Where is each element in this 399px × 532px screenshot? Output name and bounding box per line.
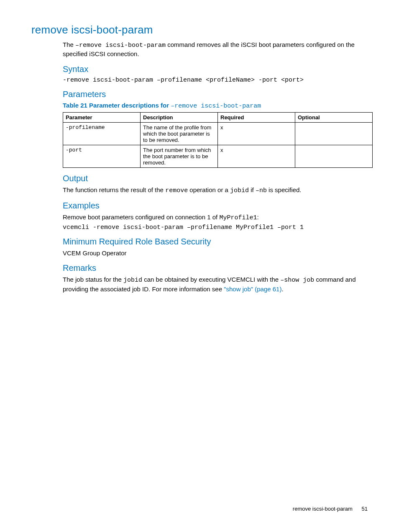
remarks-paragraph: The job status for the jobid can be obta… [63, 275, 368, 293]
syntax-heading: Syntax [63, 64, 368, 74]
parameters-heading: Parameters [63, 90, 368, 99]
cell-desc: The name of the profile from which the b… [141, 122, 218, 145]
th-optional: Optional [295, 112, 373, 122]
output-code3: –nb [256, 187, 267, 194]
security-heading: Minimum Required Role Based Security [63, 237, 368, 247]
examples-line1-code: MyProfile1 [219, 214, 257, 221]
output-paragraph: The function returns the result of the r… [63, 186, 368, 195]
footer-text: remove iscsi-boot-param [293, 506, 353, 512]
body: The –remove iscsi-boot-param command rem… [63, 41, 368, 293]
cell-optional [295, 145, 373, 167]
examples-heading: Examples [63, 201, 368, 211]
table-caption-mono: –remove iscsi-boot-param [171, 103, 261, 110]
output-code1: remove [165, 187, 188, 194]
remarks-heading: Remarks [63, 263, 368, 273]
output-mid2: if [249, 186, 256, 193]
cell-param: -profilename [63, 122, 141, 145]
intro-pre: The [63, 41, 75, 48]
cell-desc: The port number from which the boot para… [141, 145, 218, 167]
parameters-table: Parameter Description Required Optional … [63, 112, 373, 168]
page-title: remove iscsi-boot-param [31, 23, 368, 36]
remarks-code1: jobid [123, 277, 142, 284]
intro-cmd: –remove iscsi-boot-param [75, 42, 166, 49]
th-description: Description [141, 112, 218, 122]
table-row: -profilename The name of the profile fro… [63, 122, 373, 145]
output-code2: jobid [230, 187, 249, 194]
page-footer: remove iscsi-boot-param 51 [293, 506, 368, 512]
examples-line1-pre: Remove boot parameters configured on con… [63, 213, 219, 221]
examples-line1-post: : [257, 213, 258, 221]
remarks-link[interactable]: "show job" (page 61) [224, 285, 281, 293]
security-text: VCEM Group Operator [63, 249, 368, 257]
table-row: -port The port number from which the boo… [63, 145, 373, 167]
examples-line2: vcemcli -remove iscsi-boot-param –profil… [63, 224, 368, 231]
th-required: Required [218, 112, 295, 122]
page-content: remove iscsi-boot-param The –remove iscs… [0, 0, 399, 293]
output-post: is specified. [267, 186, 302, 193]
syntax-line: -remove iscsi-boot-param –profilename <p… [63, 77, 368, 84]
remarks-pre: The job status for the [63, 276, 123, 283]
cell-required: x [218, 145, 295, 167]
remarks-mid1: can be obtained by executing VCEMCLI wit… [142, 276, 280, 283]
footer-page-number: 51 [362, 506, 368, 512]
intro-paragraph: The –remove iscsi-boot-param command rem… [63, 41, 368, 59]
output-mid: operation or a [188, 186, 230, 193]
output-heading: Output [63, 174, 368, 183]
table-caption-bold: Table 21 Parameter descriptions for [63, 102, 171, 109]
remarks-post: . [281, 285, 283, 293]
output-pre: The function returns the result of the [63, 186, 165, 193]
table-caption: Table 21 Parameter descriptions for –rem… [63, 102, 368, 110]
cell-param: -port [63, 145, 141, 167]
cell-required: x [218, 122, 295, 145]
examples-line1: Remove boot parameters configured on con… [63, 213, 368, 222]
cell-optional [295, 122, 373, 145]
th-parameter: Parameter [63, 112, 141, 122]
remarks-code2: –show job [280, 277, 314, 284]
table-header-row: Parameter Description Required Optional [63, 112, 373, 122]
